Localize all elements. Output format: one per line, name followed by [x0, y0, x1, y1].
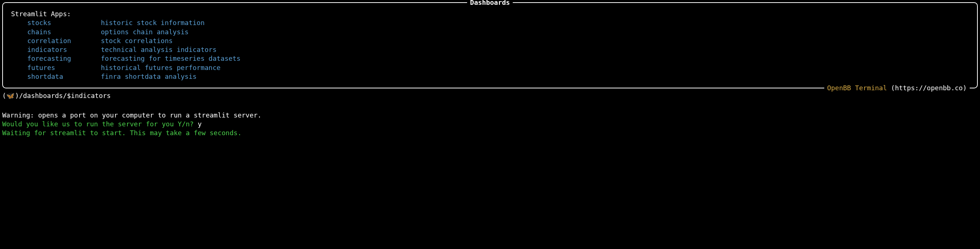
- item-name: stocks: [27, 18, 101, 27]
- entered-command: indicators: [71, 91, 111, 100]
- prompt-symbol: $: [67, 91, 71, 100]
- menu-item-forecasting[interactable]: forecasting forecasting for timeseries d…: [7, 54, 973, 63]
- confirmation-prompt[interactable]: Would you like us to run the server for …: [2, 120, 978, 129]
- item-name: correlation: [27, 37, 101, 45]
- item-desc: forecasting for timeseries datasets: [101, 54, 240, 63]
- panel-footer: OpenBB Terminal (https://openbb.co): [824, 84, 970, 93]
- item-name: indicators: [27, 45, 101, 54]
- question-text: Would you like us to run the server for …: [2, 120, 198, 128]
- warning-message: Warning: opens a port on your computer t…: [2, 111, 978, 120]
- paren-open: (: [2, 91, 6, 100]
- user-answer: y: [198, 120, 202, 128]
- waiting-message: Waiting for streamlit to start. This may…: [2, 129, 978, 137]
- brand-name: OpenBB Terminal: [827, 84, 887, 92]
- item-name: shortdata: [27, 72, 101, 81]
- menu-item-chains[interactable]: chains options chain analysis: [7, 28, 973, 37]
- section-header: Streamlit Apps:: [7, 10, 973, 18]
- item-name: futures: [27, 63, 101, 72]
- item-desc: historical futures performance: [101, 63, 221, 72]
- spacer: [2, 102, 978, 111]
- item-name: forecasting: [27, 54, 101, 63]
- menu-item-correlation[interactable]: correlation stock correlations: [7, 37, 973, 45]
- item-desc: options chain analysis: [101, 28, 188, 37]
- menu-item-indicators[interactable]: indicators technical analysis indicators: [7, 45, 973, 54]
- item-name: chains: [27, 28, 101, 37]
- menu-item-futures[interactable]: futures historical futures performance: [7, 63, 973, 72]
- item-desc: technical analysis indicators: [101, 45, 216, 54]
- menu-item-shortdata[interactable]: shortdata finra shortdata analysis: [7, 72, 973, 81]
- brand-url: (https://openbb.co): [887, 84, 967, 92]
- item-desc: finra shortdata analysis: [101, 72, 197, 81]
- panel-title: Dashboards: [467, 0, 513, 7]
- butterfly-icon: 🦋: [6, 91, 14, 100]
- menu-item-stocks[interactable]: stocks historic stock information: [7, 18, 973, 27]
- item-desc: historic stock information: [101, 18, 205, 27]
- item-desc: stock correlations: [101, 37, 173, 45]
- current-path: /dashboards/: [19, 91, 67, 100]
- dashboards-panel: Dashboards Streamlit Apps: stocks histor…: [2, 2, 978, 88]
- paren-close: ): [15, 91, 19, 100]
